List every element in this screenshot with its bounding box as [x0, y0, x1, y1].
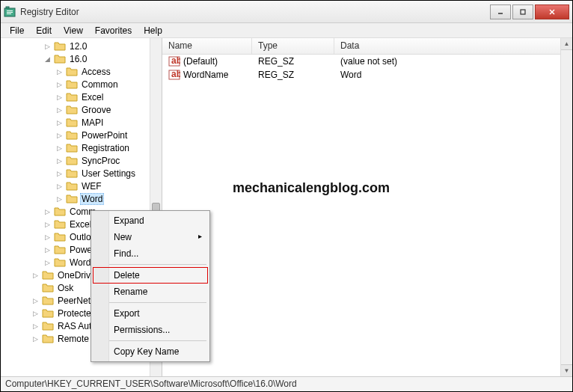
expand-icon[interactable]: ▷: [43, 259, 52, 266]
tree-item[interactable]: ◢16.0: [4, 52, 162, 65]
tree-item-label: PowerPoint: [80, 130, 129, 141]
folder-icon: [54, 219, 66, 230]
context-menu-expand[interactable]: Expand: [93, 212, 208, 229]
folder-icon: [66, 181, 78, 192]
expand-icon[interactable]: ▷: [43, 246, 52, 254]
tree-item-label: 16.0: [68, 54, 88, 64]
value-type-cell: REG_SZ: [252, 70, 334, 80]
folder-icon: [42, 295, 54, 306]
expand-icon[interactable]: ▷: [31, 310, 40, 317]
tree-item[interactable]: ▷User Settings: [4, 167, 162, 180]
expand-icon[interactable]: ▷: [55, 144, 64, 152]
expand-icon[interactable]: ◢: [43, 55, 52, 63]
expand-icon[interactable]: ▷: [55, 94, 64, 101]
expand-icon[interactable]: ▷: [55, 119, 64, 126]
expand-icon[interactable]: ▷: [55, 106, 64, 114]
value-type-cell: REG_SZ: [252, 56, 334, 67]
value-row[interactable]: ab(Default)REG_SZ(value not set): [162, 55, 572, 68]
tree-item-label: Word: [80, 193, 104, 205]
menu-favorites[interactable]: Favorites: [89, 24, 138, 37]
window-title: Registry Editor: [20, 7, 490, 17]
column-header-type[interactable]: Type: [252, 38, 334, 54]
column-header-name[interactable]: Name: [162, 38, 252, 54]
expand-icon[interactable]: ▷: [43, 233, 52, 241]
expand-icon[interactable]: ▷: [31, 272, 40, 279]
context-menu-new[interactable]: New: [93, 229, 208, 245]
folder-icon: [42, 270, 54, 281]
folder-icon: [66, 117, 78, 128]
svg-rect-4: [7, 13, 11, 14]
expand-icon[interactable]: ▷: [55, 68, 64, 76]
folder-icon: [66, 156, 78, 166]
context-menu-separator: [94, 340, 206, 341]
context-menu-delete[interactable]: Delete: [93, 267, 208, 284]
value-row[interactable]: abWordNameREG_SZWord: [162, 68, 572, 82]
context-menu-copy-key-name[interactable]: Copy Key Name: [93, 343, 208, 360]
svg-rect-6: [521, 10, 525, 14]
folder-icon: [42, 308, 54, 319]
tree-item-label: Outlo: [68, 232, 93, 242]
tree-item-label: MAPI: [80, 117, 105, 128]
tree-item[interactable]: ▷Registration: [4, 141, 162, 154]
value-name-text: (Default): [183, 56, 218, 67]
expand-icon[interactable]: ▷: [55, 157, 64, 165]
column-header-data[interactable]: Data: [334, 38, 572, 54]
expand-icon[interactable]: ▷: [55, 183, 64, 190]
folder-icon: [66, 67, 78, 77]
menu-file[interactable]: File: [4, 24, 30, 37]
folder-icon: [66, 105, 78, 115]
expand-icon[interactable]: ▷: [55, 132, 64, 139]
folder-icon: [54, 257, 66, 268]
context-menu-rename[interactable]: Rename: [93, 284, 208, 300]
expand-icon[interactable]: ▷: [31, 322, 40, 330]
context-menu-find[interactable]: Find...: [93, 245, 208, 262]
title-bar: Registry Editor: [1, 1, 572, 23]
expand-icon[interactable]: ▷: [55, 195, 64, 203]
menu-edit[interactable]: Edit: [30, 24, 58, 37]
string-value-icon: ab: [168, 70, 180, 80]
tree-item[interactable]: ▷Common: [4, 78, 162, 91]
folder-icon: [42, 283, 54, 293]
folder-icon: [54, 54, 66, 64]
tree-item[interactable]: ▷Word: [4, 192, 162, 205]
menu-view[interactable]: View: [58, 24, 89, 37]
tree-item[interactable]: ▷PowerPoint: [4, 129, 162, 141]
context-menu-export[interactable]: Export: [93, 305, 208, 322]
menu-help[interactable]: Help: [138, 24, 168, 37]
expand-icon[interactable]: ▷: [55, 170, 64, 177]
scroll-up-button[interactable]: ▲: [561, 38, 572, 50]
values-list[interactable]: ab(Default)REG_SZ(value not set)abWordNa…: [162, 55, 572, 82]
folder-icon: [66, 143, 78, 153]
tree-item[interactable]: ▷WEF: [4, 180, 162, 192]
tree-item[interactable]: ▷MAPI: [4, 116, 162, 129]
expand-icon[interactable]: ▷: [43, 43, 52, 50]
expand-icon[interactable]: ▷: [31, 335, 40, 343]
minimize-button[interactable]: [490, 4, 511, 19]
context-menu: Expand New Find... Delete Rename Export …: [91, 210, 210, 362]
expand-icon[interactable]: ▷: [31, 297, 40, 304]
tree-item[interactable]: ▷12.0: [4, 40, 162, 52]
expand-icon[interactable]: ▷: [43, 208, 52, 215]
tree-item-label: Osk: [56, 283, 75, 293]
svg-rect-1: [6, 7, 9, 8]
tree-item-label: 12.0: [68, 41, 88, 52]
folder-icon: [54, 245, 66, 255]
expand-icon[interactable]: ▷: [55, 81, 64, 88]
tree-item[interactable]: ▷Groove: [4, 103, 162, 116]
context-menu-permissions[interactable]: Permissions...: [93, 322, 208, 338]
tree-item-label: Word: [68, 257, 92, 268]
folder-icon: [66, 194, 78, 204]
maximize-button[interactable]: [512, 4, 533, 19]
values-scrollbar[interactable]: ▲ ▼: [560, 38, 572, 376]
tree-item[interactable]: ▷SyncProc: [4, 154, 162, 167]
folder-icon: [66, 79, 78, 90]
svg-rect-2: [7, 10, 13, 11]
svg-rect-3: [7, 12, 13, 13]
expand-icon[interactable]: ▷: [43, 221, 52, 228]
string-value-icon: ab: [168, 56, 180, 67]
value-name-cell: abWordName: [162, 70, 252, 80]
scroll-down-button[interactable]: ▼: [561, 364, 572, 376]
tree-item[interactable]: ▷Access: [4, 65, 162, 78]
close-button[interactable]: [535, 4, 569, 19]
tree-item[interactable]: ▷Excel: [4, 91, 162, 103]
